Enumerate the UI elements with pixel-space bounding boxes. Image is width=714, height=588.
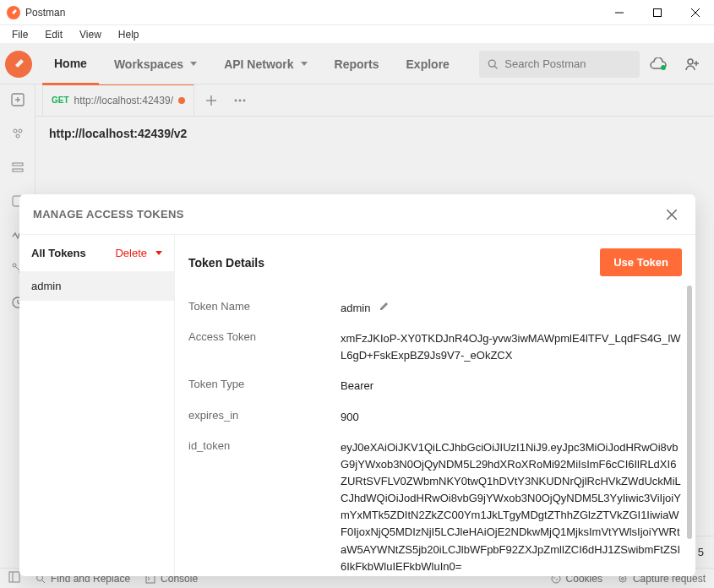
svg-rect-16 bbox=[13, 163, 23, 166]
token-name-value: admin bbox=[341, 300, 370, 317]
window-title: Postman bbox=[25, 7, 65, 19]
nav-reports[interactable]: Reports bbox=[323, 44, 391, 84]
method-badge: GET bbox=[52, 95, 69, 105]
tab-title: http://localhost:42439/ bbox=[74, 95, 173, 106]
delete-dropdown[interactable]: Delete bbox=[115, 247, 162, 259]
svg-point-38 bbox=[556, 579, 558, 580]
access-token-label: Access Token bbox=[188, 330, 341, 343]
svg-point-25 bbox=[235, 99, 237, 101]
nav-workspaces[interactable]: Workspaces bbox=[102, 44, 209, 84]
postman-logo-icon bbox=[5, 51, 32, 78]
request-tabs-row: GET http://localhost:42439/ bbox=[35, 84, 714, 117]
token-type-value: Bearer bbox=[341, 378, 373, 395]
menu-help[interactable]: Help bbox=[110, 27, 148, 42]
manage-tokens-modal: MANAGE ACCESS TOKENS All Tokens Delete a… bbox=[19, 194, 695, 576]
svg-point-15 bbox=[16, 134, 19, 138]
svg-point-7 bbox=[688, 59, 693, 64]
expires-in-label: expires_in bbox=[188, 409, 341, 422]
menubar: File Edit View Help bbox=[0, 25, 714, 44]
request-tab[interactable]: GET http://localhost:42439/ bbox=[42, 84, 194, 117]
new-tab-icon[interactable] bbox=[9, 91, 26, 108]
svg-point-13 bbox=[14, 129, 17, 133]
minimize-button[interactable] bbox=[600, 0, 638, 25]
close-icon bbox=[667, 210, 677, 220]
window-titlebar: Postman bbox=[0, 0, 714, 25]
scrollbar[interactable] bbox=[687, 286, 692, 539]
chevron-down-icon bbox=[155, 251, 162, 255]
app-icon bbox=[7, 6, 20, 19]
nav-home[interactable]: Home bbox=[42, 44, 99, 84]
svg-line-5 bbox=[494, 66, 497, 68]
svg-rect-31 bbox=[9, 572, 19, 582]
svg-point-14 bbox=[19, 129, 22, 133]
svg-point-26 bbox=[239, 99, 242, 101]
token-details-title: Token Details bbox=[188, 256, 264, 270]
close-button[interactable] bbox=[676, 0, 714, 25]
nav-api-network[interactable]: API Network bbox=[212, 44, 319, 84]
token-name-label: Token Name bbox=[188, 300, 341, 313]
invite-icon[interactable] bbox=[677, 49, 707, 79]
token-details-panel: Token Details Use Token Token Name admin… bbox=[175, 235, 695, 576]
request-url-display: http://localhost:42439/v2 bbox=[35, 117, 714, 150]
svg-point-6 bbox=[661, 65, 666, 70]
svg-rect-1 bbox=[653, 8, 661, 16]
token-list-item[interactable]: admin bbox=[19, 271, 174, 301]
svg-point-19 bbox=[13, 264, 16, 267]
modal-title: MANAGE ACCESS TOKENS bbox=[33, 208, 184, 220]
token-list-panel: All Tokens Delete admin bbox=[19, 235, 175, 576]
access-token-value: xmFzJKIoP-XY0TKDJnR4OJg-yvw3iwMAWpmlE4lT… bbox=[341, 330, 682, 364]
search-input-wrapper[interactable] bbox=[479, 51, 640, 78]
all-tokens-label: All Tokens bbox=[31, 247, 86, 259]
menu-file[interactable]: File bbox=[3, 27, 36, 42]
token-type-label: Token Type bbox=[188, 378, 341, 390]
sidebar-toggle-icon[interactable] bbox=[8, 571, 20, 585]
svg-point-27 bbox=[243, 99, 246, 101]
menu-view[interactable]: View bbox=[71, 27, 110, 42]
tab-more-button[interactable] bbox=[228, 89, 252, 112]
svg-point-40 bbox=[621, 577, 624, 580]
top-navbar: Home Workspaces API Network Reports Expl… bbox=[0, 44, 714, 84]
svg-line-34 bbox=[42, 580, 45, 583]
apis-icon[interactable] bbox=[9, 159, 26, 176]
unsaved-indicator-icon bbox=[178, 97, 185, 104]
expires-in-value: 900 bbox=[341, 409, 359, 426]
new-tab-button[interactable] bbox=[199, 89, 223, 112]
svg-point-4 bbox=[488, 60, 495, 67]
id-token-value: eyJ0eXAiOiJKV1QiLCJhbGciOiJIUzI1NiJ9.eyJ… bbox=[341, 439, 682, 575]
nav-explore[interactable]: Explore bbox=[395, 44, 461, 84]
svg-point-37 bbox=[553, 577, 555, 579]
menu-edit[interactable]: Edit bbox=[36, 27, 71, 42]
sync-icon[interactable] bbox=[643, 49, 673, 79]
modal-close-button[interactable] bbox=[662, 204, 682, 225]
search-input[interactable] bbox=[504, 57, 631, 70]
maximize-button[interactable] bbox=[638, 0, 676, 25]
id-token-label: id_token bbox=[188, 439, 341, 452]
edit-icon[interactable] bbox=[379, 300, 390, 317]
collections-icon[interactable] bbox=[9, 125, 26, 142]
search-icon bbox=[488, 58, 498, 70]
use-token-button[interactable]: Use Token bbox=[600, 248, 682, 276]
svg-rect-17 bbox=[13, 169, 23, 172]
